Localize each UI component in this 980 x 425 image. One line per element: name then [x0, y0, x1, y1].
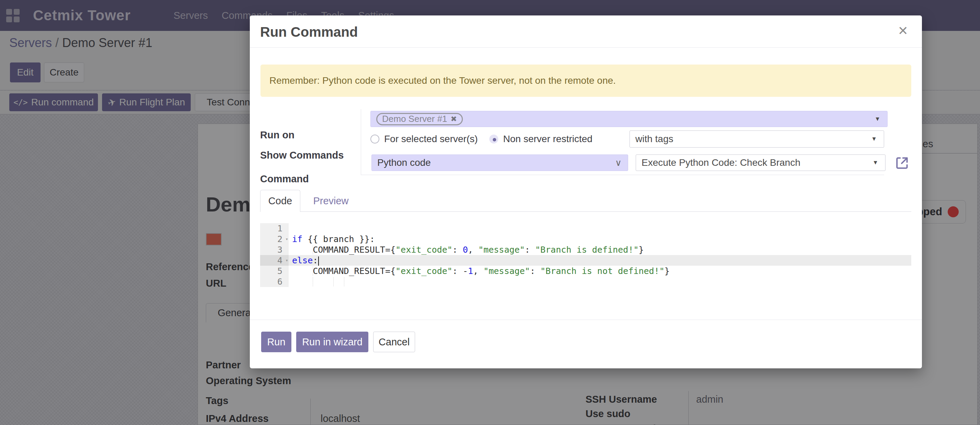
line-number: 5 — [260, 266, 289, 276]
code-line-content: COMMAND_RESULT={"exit_code": 0, "message… — [289, 244, 911, 255]
command-select[interactable]: Execute Python Code: Check Branch ▼ — [636, 154, 886, 171]
code-token: "message" — [478, 245, 525, 255]
tab-underline — [300, 211, 911, 212]
tab-preview[interactable]: Preview — [309, 190, 353, 212]
close-icon[interactable]: ✕ — [898, 24, 908, 38]
code-token: "message" — [484, 266, 530, 276]
code-token: : — [313, 255, 318, 265]
code-line-1: 1 — [260, 223, 911, 234]
modal-header-divider — [250, 48, 922, 48]
modal-footer-divider — [250, 320, 922, 320]
code-token: "exit_code" — [396, 245, 453, 255]
code-line-5: 5 COMMAND_RESULT={"exit_code": -1, "mess… — [260, 266, 911, 276]
show-commands-radio-group: For selected server(s)Non server restric… — [371, 130, 592, 147]
code-editor[interactable]: 12▾if {{ branch }}:3 COMMAND_RESULT={"ex… — [260, 223, 911, 287]
code-token: COMMAND_RESULT={ — [292, 245, 396, 255]
code-line-content: if {{ branch }}: — [289, 234, 911, 244]
code-token: else — [292, 255, 313, 265]
indent-guide — [313, 245, 313, 254]
tags-filter-value: with tags — [635, 133, 673, 144]
tag-remove-icon[interactable]: ✖ — [450, 115, 457, 124]
external-link-icon[interactable] — [894, 155, 910, 171]
radio-option-label: For selected server(s) — [384, 133, 477, 144]
run-on-label: Run on — [260, 129, 294, 141]
radio-checked-icon[interactable] — [489, 135, 498, 143]
command-label: Command — [260, 173, 309, 185]
radio-unchecked-icon[interactable] — [371, 135, 379, 143]
code-token: } — [639, 245, 644, 255]
line-number: 4▾ — [260, 255, 289, 266]
code-line-6: 6 — [260, 276, 911, 287]
code-token: "exit_code" — [396, 266, 453, 276]
code-line-content: else: — [289, 255, 911, 266]
server-tag: Demo Server #1 ✖ — [376, 113, 463, 125]
code-token: } — [665, 266, 670, 276]
show-commands-label: Show Commands — [260, 150, 344, 161]
fold-icon[interactable]: ▾ — [286, 255, 288, 266]
code-token: 0 — [463, 245, 468, 255]
screen: Cetmix Tower ServersCommandsFilesToolsSe… — [0, 0, 980, 425]
code-line-content — [289, 276, 911, 287]
code-line-4: 4▾else: — [260, 255, 911, 266]
tab-code[interactable]: Code — [260, 190, 300, 212]
indent-guide — [313, 266, 313, 276]
indent-guide — [344, 277, 344, 286]
fold-icon[interactable]: ▾ — [286, 234, 288, 244]
code-token: , — [473, 266, 484, 276]
code-token: {{ branch }}: — [302, 234, 375, 244]
text-cursor — [318, 257, 319, 266]
code-line-3: 3 COMMAND_RESULT={"exit_code": 0, "messa… — [260, 244, 911, 255]
cancel-button[interactable]: Cancel — [373, 331, 415, 352]
fields-column-divider — [361, 109, 361, 175]
modal-title: Run Command — [260, 24, 358, 40]
run-command-modal: Run Command ✕ Remember: Python code is e… — [250, 16, 922, 368]
line-number: 3 — [260, 244, 289, 255]
caret-down-icon: ▼ — [872, 159, 878, 166]
indent-guide — [313, 277, 313, 286]
code-token: : — [453, 245, 463, 255]
indent-guide — [333, 277, 334, 286]
code-line-content — [289, 223, 911, 234]
command-type-select[interactable]: Python code ∨ — [371, 154, 628, 171]
warning-text: Remember: Python code is executed on the… — [269, 75, 616, 86]
code-token: "Branch is not defined!" — [541, 266, 665, 276]
code-token: : — [530, 266, 540, 276]
line-number: 6 — [260, 276, 289, 287]
line-number: 2▾ — [260, 234, 289, 244]
code-token: "Branch is defined!" — [535, 245, 638, 255]
command-type-value: Python code — [377, 157, 431, 168]
run-in-wizard-button[interactable]: Run in wizard — [296, 331, 368, 352]
line-number: 1 — [260, 223, 289, 234]
code-token: : — [525, 245, 535, 255]
code-line-content: COMMAND_RESULT={"exit_code": -1, "messag… — [289, 266, 911, 276]
caret-down-icon: ▼ — [875, 116, 880, 122]
code-token: if — [292, 234, 302, 244]
run-on-select[interactable]: Demo Server #1 ✖ ▼ — [371, 111, 888, 127]
code-line-2: 2▾if {{ branch }}: — [260, 234, 911, 244]
show-commands-option-0[interactable]: For selected server(s) — [371, 133, 477, 144]
fields-bottom-divider — [361, 175, 884, 175]
tags-filter-select[interactable]: with tags ▼ — [630, 130, 884, 147]
code-token: 1 — [468, 266, 473, 276]
warning-banner: Remember: Python code is executed on the… — [261, 65, 911, 97]
run-button[interactable]: Run — [261, 331, 291, 352]
caret-down-icon: ▼ — [871, 136, 877, 143]
code-token: : - — [453, 266, 468, 276]
command-value: Execute Python Code: Check Branch — [641, 157, 800, 168]
radio-option-label: Non server restricted — [503, 133, 592, 144]
chevron-down-icon: ∨ — [615, 158, 622, 168]
code-token: , — [468, 245, 478, 255]
show-commands-option-1[interactable]: Non server restricted — [489, 133, 592, 144]
server-tag-label: Demo Server #1 — [382, 114, 447, 124]
code-token: COMMAND_RESULT={ — [292, 266, 396, 276]
